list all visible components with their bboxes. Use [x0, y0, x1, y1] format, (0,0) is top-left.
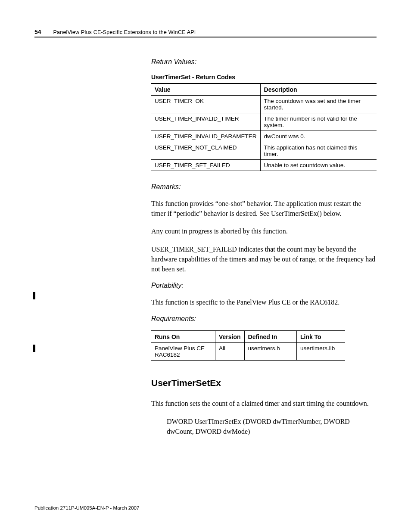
table-row: USER_TIMER_SET_FAILED Unable to set coun… — [151, 160, 377, 171]
table-header: Link To — [296, 331, 345, 343]
change-bar-icon — [33, 292, 35, 299]
return-values-heading: Return Values: — [151, 58, 377, 66]
table-cell: USER_TIMER_OK — [151, 96, 260, 113]
table-header: Defined In — [244, 331, 296, 343]
body-paragraph: This function is specific to the PanelVi… — [151, 297, 377, 307]
page-header: 54 PanelView Plus CE-Specific Extensions… — [34, 28, 377, 37]
main-content: Return Values: UserTimerSet - Return Cod… — [151, 58, 377, 444]
table-header-row: Value Description — [151, 84, 377, 96]
table-cell: usertimers.lib — [296, 343, 345, 361]
portability-heading: Portability: — [151, 282, 377, 289]
return-codes-table: Value Description USER_TIMER_OK The coun… — [151, 83, 377, 171]
table-cell: USER_TIMER_NOT_CLAIMED — [151, 142, 260, 160]
requirements-heading: Requirements: — [151, 315, 377, 323]
footer-publication: Publication 2711P-UM005A-EN-P - March 20… — [34, 505, 139, 510]
body-paragraph: This function provides “one-shot” behavi… — [151, 199, 377, 218]
table-row: USER_TIMER_INVALID_TIMER The timer numbe… — [151, 113, 377, 131]
table-cell: The countdown was set and the timer star… — [260, 96, 377, 113]
table-cell: The timer number is not valid for the sy… — [260, 113, 377, 131]
requirements-table: Runs On Version Defined In Link To Panel… — [151, 330, 345, 361]
table-row: USER_TIMER_INVALID_PARAMETER dwCount was… — [151, 131, 377, 142]
table-row: PanelView Plus CE RAC6182 All usertimers… — [151, 343, 345, 361]
table-cell: This application has not claimed this ti… — [260, 142, 377, 160]
function-signature: DWORD UserTImerSetEx (DWORD dwTimerNumbe… — [167, 417, 377, 436]
table-cell: USER_TIMER_SET_FAILED — [151, 160, 260, 171]
table-cell: usertimers.h — [244, 343, 296, 361]
table-cell: dwCount was 0. — [260, 131, 377, 142]
section-heading: UserTimerSetEx — [151, 378, 377, 388]
table-row: USER_TIMER_NOT_CLAIMED This application … — [151, 142, 377, 160]
return-codes-caption: UserTimerSet - Return Codes — [151, 74, 377, 81]
table-header: Version — [215, 331, 244, 343]
table-cell: USER_TIMER_INVALID_TIMER — [151, 113, 260, 131]
change-bar-icon — [33, 345, 35, 352]
body-paragraph: USER_TIMER_SET_FAILED indicates that the… — [151, 244, 377, 274]
table-cell: PanelView Plus CE RAC6182 — [151, 343, 215, 361]
table-row: USER_TIMER_OK The countdown was set and … — [151, 96, 377, 113]
table-cell: USER_TIMER_INVALID_PARAMETER — [151, 131, 260, 142]
body-paragraph: Any count in progress is aborted by this… — [151, 226, 377, 236]
page-number: 54 — [34, 28, 41, 35]
table-header: Description — [260, 84, 377, 96]
body-paragraph: This function sets the count of a claime… — [151, 398, 377, 408]
header-chapter-title: PanelView Plus CE-Specific Extensions to… — [53, 29, 196, 35]
table-header-row: Runs On Version Defined In Link To — [151, 331, 345, 343]
remarks-heading: Remarks: — [151, 183, 377, 191]
table-cell: All — [215, 343, 244, 361]
table-header: Runs On — [151, 331, 215, 343]
table-cell: Unable to set countdown value. — [260, 160, 377, 171]
table-header: Value — [151, 84, 260, 96]
